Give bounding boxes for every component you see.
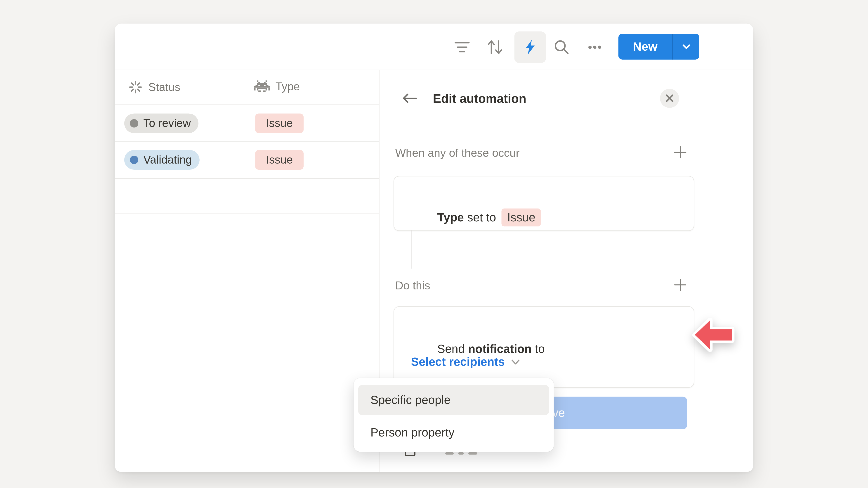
row-border (115, 178, 379, 179)
type-tag: Issue (255, 113, 304, 133)
add-trigger-button[interactable] (673, 145, 687, 159)
type-label: Issue (266, 153, 293, 166)
status-label: Validating (143, 153, 192, 166)
recipients-menu: Specific people Person property (353, 378, 554, 452)
type-label: Issue (266, 117, 293, 130)
trigger-property: Type (437, 211, 464, 224)
menu-item-specific-people[interactable]: Specific people (358, 385, 549, 415)
column-header-status[interactable]: Status (128, 80, 180, 94)
status-badge: To review (124, 113, 199, 133)
more-icon[interactable] (585, 37, 605, 57)
automation-bolt-icon (522, 39, 539, 56)
action-card[interactable]: Send notification to Select recipients (394, 306, 694, 388)
column-header-label: Type (276, 80, 300, 93)
send-bold: notification (468, 342, 532, 355)
column-header-label: Status (149, 80, 180, 94)
database-window: New (115, 24, 753, 472)
trigger-rule-text: Type set to Issue (411, 195, 541, 240)
toolbar-divider (115, 70, 753, 70)
add-action-button[interactable] (673, 278, 687, 292)
chevron-down-icon (680, 40, 692, 53)
trigger-value-tag: Issue (502, 208, 541, 227)
status-burst-icon (128, 80, 143, 94)
flow-connector-line (411, 230, 412, 269)
chevron-down-icon (510, 356, 521, 367)
select-recipients-label: Select recipients (411, 355, 505, 369)
screen: New (0, 0, 868, 488)
hidden-text-fragment (458, 452, 464, 455)
status-cell[interactable]: Validating (115, 142, 242, 178)
back-button[interactable] (401, 90, 418, 107)
automation-button[interactable] (515, 31, 546, 63)
action-section-label: Do this (395, 279, 430, 292)
row-border (115, 214, 379, 214)
filter-icon[interactable] (452, 37, 472, 57)
select-recipients-dropdown[interactable]: Select recipients (411, 355, 521, 369)
sort-icon[interactable] (485, 37, 505, 57)
trigger-section-label: When any of these occur (395, 147, 520, 160)
new-button[interactable]: New (618, 34, 672, 59)
hidden-text-fragment (445, 452, 454, 455)
close-button[interactable] (660, 89, 679, 108)
status-label: To review (143, 117, 191, 130)
status-badge: Validating (124, 150, 200, 170)
type-cell[interactable]: Issue (242, 105, 379, 141)
close-icon (665, 94, 674, 103)
trigger-card[interactable]: Type set to Issue (394, 176, 694, 231)
menu-item-person-property[interactable]: Person property (358, 418, 549, 448)
send-suffix: to (532, 342, 545, 355)
new-button-group: New (618, 34, 700, 59)
type-tag: Issue (255, 150, 304, 170)
type-cell[interactable]: Issue (242, 142, 379, 178)
status-cell[interactable]: To review (115, 105, 242, 141)
search-icon[interactable] (552, 37, 572, 57)
status-dot (130, 156, 138, 164)
status-dot (130, 119, 138, 127)
hidden-text-fragment (468, 452, 477, 455)
menu-item-label: Person property (370, 426, 455, 440)
new-dropdown-button[interactable] (673, 34, 700, 59)
new-button-label: New (633, 40, 657, 54)
send-prefix: Send (437, 342, 468, 355)
column-header-type[interactable]: Type (254, 80, 300, 93)
alien-icon (254, 80, 270, 93)
menu-item-label: Specific people (370, 393, 451, 407)
page-title: Edit automation (433, 92, 526, 106)
trigger-middle: set to (464, 211, 499, 224)
pointer-arrow-icon (691, 317, 738, 355)
